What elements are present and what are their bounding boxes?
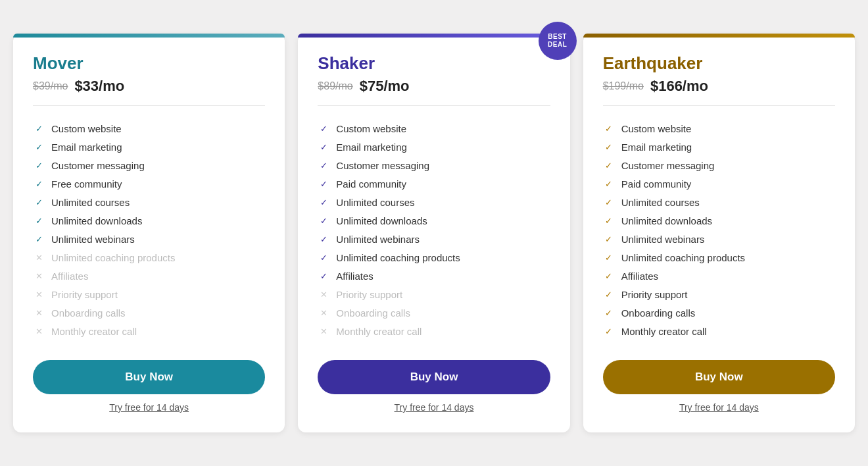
feature-label-mover-9: Priority support bbox=[51, 289, 118, 300]
feature-item-shaker-5: ✓Unlimited downloads bbox=[318, 211, 550, 230]
check-icon: ✓ bbox=[318, 122, 329, 134]
price-old-shaker: $89/mo bbox=[318, 80, 352, 92]
x-icon: ✕ bbox=[318, 307, 329, 319]
buy-button-shaker[interactable]: Buy Now bbox=[318, 360, 550, 394]
feature-label-earthquaker-11: Monthly creator call bbox=[621, 326, 707, 337]
feature-label-mover-2: Customer messaging bbox=[51, 160, 145, 171]
feature-list-earthquaker: ✓Custom website✓Email marketing✓Customer… bbox=[603, 119, 835, 340]
try-free-link-earthquaker[interactable]: Try free for 14 days bbox=[603, 402, 835, 413]
feature-item-earthquaker-2: ✓Customer messaging bbox=[603, 156, 835, 174]
check-icon: ✓ bbox=[33, 233, 45, 245]
feature-label-earthquaker-5: Unlimited downloads bbox=[621, 215, 712, 226]
feature-item-shaker-11: ✕Monthly creator call bbox=[318, 322, 550, 340]
buy-button-mover[interactable]: Buy Now bbox=[33, 360, 265, 394]
feature-label-shaker-7: Unlimited coaching products bbox=[336, 252, 460, 263]
feature-label-mover-7: Unlimited coaching products bbox=[51, 252, 175, 263]
check-icon: ✓ bbox=[603, 159, 615, 171]
try-free-link-mover[interactable]: Try free for 14 days bbox=[33, 402, 265, 413]
feature-label-mover-4: Unlimited courses bbox=[51, 197, 130, 208]
feature-label-shaker-11: Monthly creator call bbox=[336, 326, 422, 337]
feature-item-mover-11: ✕Monthly creator call bbox=[33, 322, 265, 340]
feature-label-mover-8: Affiliates bbox=[51, 271, 88, 282]
x-icon: ✕ bbox=[318, 325, 329, 337]
feature-label-mover-0: Custom website bbox=[51, 123, 122, 134]
feature-item-shaker-7: ✓Unlimited coaching products bbox=[318, 248, 550, 267]
feature-item-shaker-9: ✕Priority support bbox=[318, 285, 550, 303]
feature-label-earthquaker-4: Unlimited courses bbox=[621, 197, 700, 208]
check-icon: ✓ bbox=[603, 178, 615, 190]
check-icon: ✓ bbox=[603, 270, 615, 282]
check-icon: ✓ bbox=[603, 251, 615, 263]
check-icon: ✓ bbox=[318, 251, 329, 263]
feature-item-shaker-3: ✓Paid community bbox=[318, 174, 550, 193]
feature-item-shaker-6: ✓Unlimited webinars bbox=[318, 230, 550, 248]
try-free-link-shaker[interactable]: Try free for 14 days bbox=[318, 402, 550, 413]
feature-label-earthquaker-1: Email marketing bbox=[621, 142, 692, 153]
plan-name-shaker: Shaker bbox=[318, 53, 550, 74]
feature-item-mover-2: ✓Customer messaging bbox=[33, 156, 265, 174]
feature-label-shaker-10: Onboarding calls bbox=[336, 307, 410, 319]
feature-label-earthquaker-0: Custom website bbox=[621, 123, 692, 134]
plan-card-shaker: BESTDEALShaker$89/mo$75/mo✓Custom websit… bbox=[298, 34, 569, 432]
price-new-mover: $33/mo bbox=[74, 78, 124, 95]
x-icon: ✕ bbox=[33, 251, 45, 263]
feature-label-mover-1: Email marketing bbox=[51, 142, 122, 153]
feature-item-mover-8: ✕Affiliates bbox=[33, 267, 265, 285]
best-deal-badge: BESTDEAL bbox=[539, 22, 577, 60]
buy-button-earthquaker[interactable]: Buy Now bbox=[603, 360, 835, 394]
x-icon: ✕ bbox=[33, 307, 45, 319]
check-icon: ✓ bbox=[33, 178, 45, 190]
plan-name-earthquaker: Earthquaker bbox=[603, 53, 835, 74]
check-icon: ✓ bbox=[603, 288, 615, 300]
badge-line1: BEST bbox=[548, 33, 567, 41]
feature-label-shaker-2: Customer messaging bbox=[336, 160, 429, 171]
feature-item-earthquaker-3: ✓Paid community bbox=[603, 174, 835, 193]
feature-item-earthquaker-1: ✓Email marketing bbox=[603, 138, 835, 156]
check-icon: ✓ bbox=[33, 159, 45, 171]
feature-item-mover-1: ✓Email marketing bbox=[33, 138, 265, 156]
check-icon: ✓ bbox=[603, 196, 615, 208]
feature-item-mover-3: ✓Free community bbox=[33, 174, 265, 193]
feature-item-earthquaker-0: ✓Custom website bbox=[603, 119, 835, 138]
feature-item-shaker-10: ✕Onboarding calls bbox=[318, 303, 550, 322]
check-icon: ✓ bbox=[318, 178, 329, 190]
feature-label-earthquaker-10: Onboarding calls bbox=[621, 307, 696, 319]
feature-label-mover-10: Onboarding calls bbox=[51, 307, 126, 319]
check-icon: ✓ bbox=[318, 141, 329, 153]
divider bbox=[318, 105, 550, 106]
check-icon: ✓ bbox=[33, 141, 45, 153]
divider bbox=[33, 105, 265, 106]
feature-label-shaker-3: Paid community bbox=[336, 178, 406, 190]
check-icon: ✓ bbox=[603, 307, 615, 319]
check-icon: ✓ bbox=[33, 215, 45, 226]
feature-label-mover-6: Unlimited webinars bbox=[51, 234, 135, 245]
check-icon: ✓ bbox=[318, 159, 329, 171]
feature-item-mover-6: ✓Unlimited webinars bbox=[33, 230, 265, 248]
feature-item-mover-5: ✓Unlimited downloads bbox=[33, 211, 265, 230]
check-icon: ✓ bbox=[318, 215, 329, 226]
feature-label-earthquaker-9: Priority support bbox=[621, 289, 688, 300]
feature-item-shaker-2: ✓Customer messaging bbox=[318, 156, 550, 174]
feature-item-earthquaker-9: ✓Priority support bbox=[603, 285, 835, 303]
feature-list-mover: ✓Custom website✓Email marketing✓Customer… bbox=[33, 119, 265, 340]
feature-label-shaker-8: Affiliates bbox=[336, 271, 373, 282]
pricing-container: Mover$39/mo$33/mo✓Custom website✓Email m… bbox=[13, 34, 855, 432]
feature-item-earthquaker-8: ✓Affiliates bbox=[603, 267, 835, 285]
feature-item-shaker-8: ✓Affiliates bbox=[318, 267, 550, 285]
x-icon: ✕ bbox=[33, 325, 45, 337]
feature-item-shaker-0: ✓Custom website bbox=[318, 119, 550, 138]
divider bbox=[603, 105, 835, 106]
feature-label-earthquaker-7: Unlimited coaching products bbox=[621, 252, 745, 263]
plan-name-mover: Mover bbox=[33, 53, 265, 74]
feature-item-mover-7: ✕Unlimited coaching products bbox=[33, 248, 265, 267]
feature-label-earthquaker-3: Paid community bbox=[621, 178, 692, 190]
feature-item-shaker-4: ✓Unlimited courses bbox=[318, 193, 550, 211]
price-new-shaker: $75/mo bbox=[360, 78, 410, 95]
x-icon: ✕ bbox=[33, 270, 45, 282]
feature-item-earthquaker-10: ✓Onboarding calls bbox=[603, 303, 835, 322]
feature-label-earthquaker-2: Customer messaging bbox=[621, 160, 715, 171]
feature-label-mover-11: Monthly creator call bbox=[51, 326, 137, 337]
check-icon: ✓ bbox=[603, 325, 615, 337]
feature-label-earthquaker-8: Affiliates bbox=[621, 271, 658, 282]
check-icon: ✓ bbox=[603, 215, 615, 226]
